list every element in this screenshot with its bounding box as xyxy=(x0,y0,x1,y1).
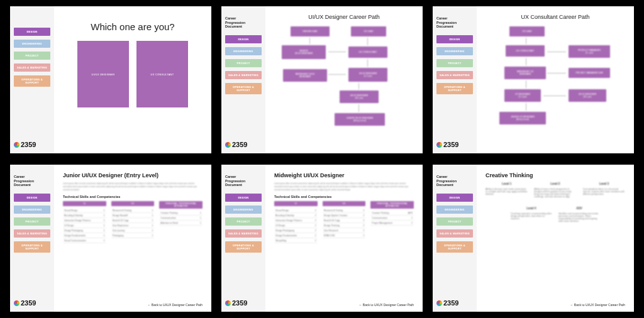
col-header: UI xyxy=(63,201,106,206)
node-uxd1[interactable]: UI/UX DESIGNER (0-1 yrs) xyxy=(340,90,379,103)
sidebar: Career Progression Document DESIGN ENGIN… xyxy=(221,6,265,153)
flow-arrow xyxy=(309,38,310,44)
sidebar-item-design[interactable]: DESIGN xyxy=(14,194,50,202)
sidebar-item-sales[interactable]: SALES & MARKETING xyxy=(225,229,262,238)
sidebar-item-operations[interactable]: OPERATIONS & SUPPORT xyxy=(225,83,262,94)
node-ux-lead[interactable]: UX LEAD xyxy=(351,26,386,36)
sidebar-item-design[interactable]: DESIGN xyxy=(436,35,473,43)
flow-arrow xyxy=(367,38,368,45)
sidebar-item-design[interactable]: DESIGN xyxy=(436,194,473,202)
col-header: PERSONAL / PROFESSIONAL ATTRIBUTES xyxy=(159,201,203,209)
table-row: Communication2 xyxy=(370,216,414,221)
table-row: User Experience1 xyxy=(111,223,155,228)
doc-title: Career Progression Document xyxy=(436,175,473,187)
col-header: UX xyxy=(323,201,366,206)
sidebar-item-sales[interactable]: SALES & MARKETING xyxy=(436,229,473,238)
logo-mark-icon xyxy=(225,300,231,306)
logo-mark-icon xyxy=(14,142,19,148)
doc-title: Career Progression Document xyxy=(225,175,262,187)
skill-column-attr: PERSONAL / PROFESSIONAL ATTRIBUTES Creat… xyxy=(370,201,414,243)
sidebar-item-project[interactable]: PROJECT xyxy=(436,217,473,226)
sidebar-item-project[interactable]: PROJECT xyxy=(225,59,262,67)
slide-uiux-path: Career Progression Document DESIGN ENGIN… xyxy=(221,6,423,153)
sidebar-item-project[interactable]: PROJECT xyxy=(225,217,262,226)
skill-column-ui: UI Visual Design1 Branding & Identity1 I… xyxy=(63,201,106,243)
logo-mark-icon xyxy=(436,300,442,306)
node-uiux[interactable]: UI/UX DESIGNER (0-1 yrs) xyxy=(569,89,606,102)
skill-column-attr: PERSONAL / PROFESSIONAL ATTRIBUTES Creat… xyxy=(159,201,203,243)
logo: 2359 xyxy=(14,299,50,307)
sidebar-item-operations[interactable]: OPERATIONS & SUPPORT xyxy=(14,241,50,253)
skill-column-ux: UX Research & Testing2 Design System Cre… xyxy=(323,201,366,243)
level-heading: ADV xyxy=(558,207,600,210)
sidebar-item-engineering[interactable]: ENGINEERING xyxy=(14,40,50,48)
sidebar-item-sales[interactable]: SALES & MARKETING xyxy=(14,229,50,238)
sidebar-item-design[interactable]: DESIGN xyxy=(225,194,262,202)
node-uxd[interactable]: UX DESIGNER (1-2 yrs) xyxy=(504,89,541,102)
table-row: Attention to Detail1 xyxy=(159,221,203,226)
node-ux-lead[interactable]: UX LEAD xyxy=(509,26,545,36)
node-pm[interactable]: PRODUCT MANAGER (2+ yrs) xyxy=(569,45,610,58)
node-pm-side[interactable]: PROJECT MANAGER SUB xyxy=(569,68,610,78)
sidebar-item-engineering[interactable]: ENGINEERING xyxy=(436,206,473,214)
logo-text: 2359 xyxy=(443,299,458,307)
sidebar-item-operations[interactable]: OPERATIONS & SUPPORT xyxy=(225,241,262,253)
sidebar-item-project[interactable]: PROJECT xyxy=(14,52,50,60)
col-header: UX xyxy=(111,201,155,206)
slide-which-one: DESIGN ENGINEERING PROJECT SALES & MARKE… xyxy=(10,6,211,153)
sidebar-item-operations[interactable]: OPERATIONS & SUPPORT xyxy=(14,75,50,87)
sidebar-item-engineering[interactable]: ENGINEERING xyxy=(14,206,50,214)
page-title: Creative Thinking xyxy=(486,172,625,178)
sidebar-item-engineering[interactable]: ENGINEERING xyxy=(436,47,473,55)
node-midweight[interactable]: MIDWEIGHT UI/UX DESIGNER xyxy=(283,69,327,82)
sidebar: Career Progression Document DESIGN ENGIN… xyxy=(10,165,54,312)
tile-uiux-designer[interactable]: UI/UX DESIGNER xyxy=(77,41,129,107)
table-row: Design Fundamentals2 xyxy=(274,233,318,238)
node-mid-ux[interactable]: MIDWEIGHT UX DESIGNER xyxy=(504,67,546,79)
table-row: Design System Creation2 xyxy=(323,213,366,218)
back-link[interactable]: Back to UI/UX Designer Career Path xyxy=(570,303,625,307)
node-uxd2[interactable]: UI/UX DESIGNER (1-2 yrs) xyxy=(348,68,387,82)
node-consultant[interactable]: UX CONSULTANT xyxy=(506,45,545,57)
sidebar-item-sales[interactable]: SALES & MARKETING xyxy=(225,71,262,79)
level-col: Level 4 Coaching capacity in recommendin… xyxy=(511,207,552,222)
page-title: Midweight UI/UX Designer xyxy=(274,172,414,178)
node-junior[interactable]: JUNIOR UI/UX DESIGNER (Entry Level) xyxy=(335,113,385,126)
slide-junior-detail: Career Progression Document DESIGN ENGIN… xyxy=(10,165,211,312)
flow-arrow xyxy=(358,104,359,112)
level-col: Level 3 Conceptualizes ideas in a struct… xyxy=(583,182,625,198)
sidebar-item-sales[interactable]: SALES & MARKETING xyxy=(14,63,50,72)
level-col: ADV Identifies and recommending new tren… xyxy=(558,207,600,222)
back-link[interactable]: Back to UI/UX Designer Career Path xyxy=(358,303,414,307)
table-row: Interaction Design Patterns1 xyxy=(63,218,106,223)
level-text: Ability to discover and create connectio… xyxy=(486,188,528,195)
table-row: Visual Communication1 xyxy=(63,238,106,243)
skills-table: UI Visual Design1 Branding & Identity1 I… xyxy=(63,201,203,243)
sidebar-item-operations[interactable]: OPERATIONS & SUPPORT xyxy=(436,83,473,94)
sidebar-item-sales[interactable]: SALES & MARKETING xyxy=(436,71,473,79)
back-link[interactable]: Back to UI/UX Designer Career Path xyxy=(147,303,203,307)
tile-ux-consultant[interactable]: UX CONSULTANT xyxy=(136,41,188,107)
level-text: Ability to have a fresh perspective to d… xyxy=(534,188,576,198)
sidebar-item-project[interactable]: PROJECT xyxy=(436,59,473,67)
sidebar-item-project[interactable]: PROJECT xyxy=(14,217,50,226)
sidebar-item-engineering[interactable]: ENGINEERING xyxy=(225,47,262,55)
flow-arrow xyxy=(526,58,526,65)
node-senior[interactable]: SENIOR UI/UX DESIGNER xyxy=(282,45,326,59)
sidebar-item-design[interactable]: DESIGN xyxy=(225,35,262,43)
sidebar-item-design[interactable]: DESIGN xyxy=(14,28,50,36)
sidebar-item-operations[interactable]: OPERATIONS & SUPPORT xyxy=(436,241,473,253)
table-row: Email & UI Copy1 xyxy=(111,218,155,223)
table-row: Design Prototyping1 xyxy=(63,228,106,233)
sidebar: DESIGN ENGINEERING PROJECT SALES & MARKE… xyxy=(10,6,54,153)
table-row: User journey1 xyxy=(111,228,155,233)
node-design-lead[interactable]: DESIGN LEAD xyxy=(291,26,330,36)
section-heading: Technical Skills and Competencies xyxy=(63,195,203,199)
description-text: Lorem ipsum dolor sit amet consectetur a… xyxy=(274,182,414,191)
table-row: Creative ThinkingADV xyxy=(370,211,414,216)
sidebar-item-engineering[interactable]: ENGINEERING xyxy=(225,206,262,214)
table-row: Project Management2 xyxy=(370,221,414,226)
node-junior[interactable]: JUNIOR UX DESIGNER (Entry Level) xyxy=(499,112,546,124)
node-consultant[interactable]: UX CONSULTANT xyxy=(348,47,387,58)
table-row: Research & Testing2 xyxy=(323,208,366,213)
